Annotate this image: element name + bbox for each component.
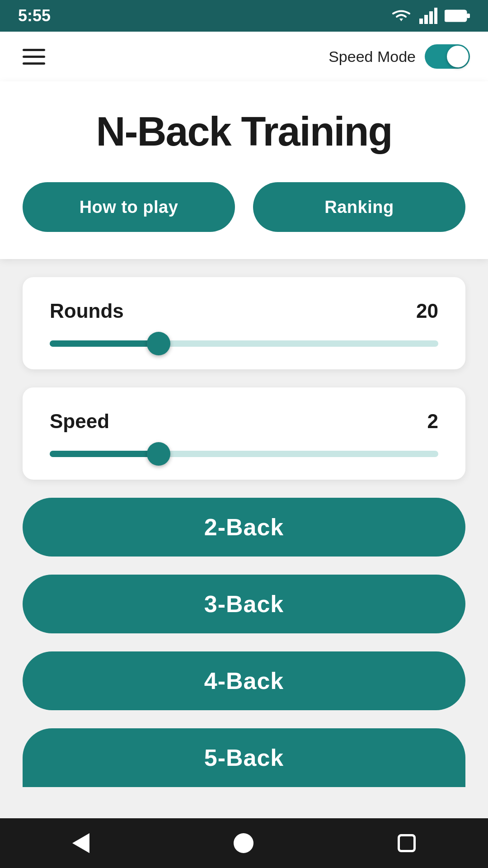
menu-button[interactable] — [18, 44, 50, 69]
wifi-icon — [390, 8, 412, 24]
rounds-slider-thumb[interactable] — [147, 332, 170, 355]
recents-nav-icon — [398, 834, 416, 852]
svg-rect-0 — [419, 19, 423, 24]
speed-header: Speed 2 — [50, 410, 438, 433]
speed-tick-1 — [236, 451, 243, 457]
main-content: Rounds 20 Speed 2 2-Back 3-Back 4-Back 5… — [0, 277, 488, 787]
rounds-slider-track[interactable] — [50, 340, 438, 347]
signal-icon — [419, 8, 437, 24]
svg-rect-2 — [429, 11, 433, 24]
speed-tick-2 — [314, 451, 320, 457]
svg-rect-4 — [445, 10, 466, 21]
speed-mode-toggle[interactable] — [425, 44, 470, 69]
speed-mode-label: Speed Mode — [328, 48, 416, 66]
status-icons — [390, 8, 470, 24]
speed-mode-container: Speed Mode — [328, 44, 470, 69]
status-time: 5:55 — [18, 6, 51, 25]
hero-card: N-Back Training How to play Ranking — [0, 81, 488, 259]
back-nav-icon — [72, 833, 89, 853]
rounds-value: 20 — [416, 300, 438, 322]
hero-buttons: How to play Ranking — [23, 182, 465, 232]
rounds-tick-1 — [236, 340, 243, 347]
hamburger-line-2 — [23, 56, 45, 58]
svg-rect-1 — [424, 15, 428, 24]
two-back-button[interactable]: 2-Back — [23, 498, 465, 557]
hamburger-line-1 — [23, 49, 45, 51]
speed-label: Speed — [50, 410, 109, 433]
speed-slider-thumb[interactable] — [147, 442, 170, 466]
five-back-button[interactable]: 5-Back — [23, 728, 465, 787]
battery-icon — [445, 9, 470, 23]
top-nav: Speed Mode — [0, 32, 488, 81]
hamburger-line-3 — [23, 62, 45, 65]
four-back-button[interactable]: 4-Back — [23, 651, 465, 710]
status-bar: 5:55 — [0, 0, 488, 32]
rounds-slider-card: Rounds 20 — [23, 277, 465, 369]
rounds-slider-fill — [50, 340, 159, 347]
how-to-play-button[interactable]: How to play — [23, 182, 235, 232]
three-back-button[interactable]: 3-Back — [23, 575, 465, 633]
app-title: N-Back Training — [23, 108, 465, 155]
rounds-header: Rounds 20 — [50, 300, 438, 322]
speed-slider-card: Speed 2 — [23, 387, 465, 480]
home-nav-button[interactable] — [225, 824, 263, 862]
svg-rect-3 — [434, 8, 437, 24]
svg-rect-5 — [467, 14, 470, 18]
nav-bar — [0, 818, 488, 868]
rounds-tick-2 — [314, 340, 320, 347]
ranking-button[interactable]: Ranking — [253, 182, 465, 232]
speed-slider-track[interactable] — [50, 451, 438, 457]
toggle-knob — [447, 46, 469, 67]
home-nav-icon — [234, 833, 253, 853]
speed-slider-fill — [50, 451, 159, 457]
recents-nav-button[interactable] — [389, 825, 425, 861]
back-nav-button[interactable] — [63, 824, 99, 862]
rounds-label: Rounds — [50, 300, 124, 322]
speed-value: 2 — [427, 410, 438, 433]
